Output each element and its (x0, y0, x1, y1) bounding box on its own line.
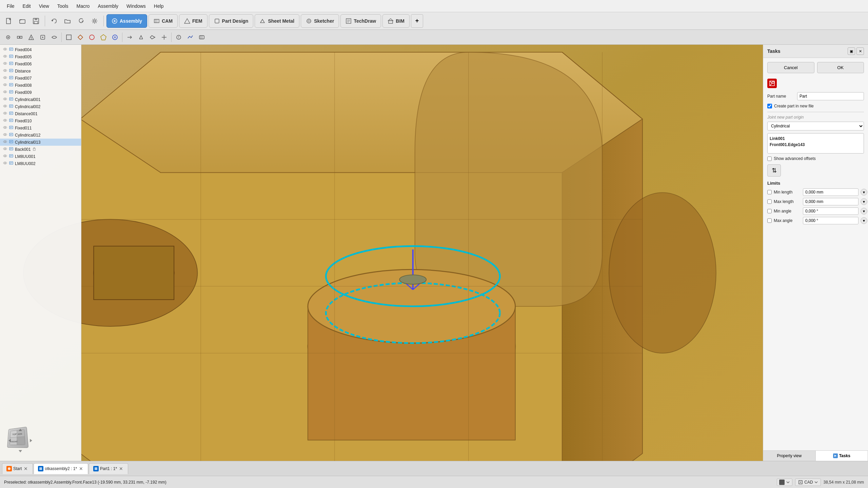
tb2-btn-13[interactable] (147, 31, 158, 43)
workbench-partdesign-button[interactable]: Part Design (209, 14, 254, 28)
tasks-tab[interactable]: Tasks (816, 451, 868, 461)
min-length-checkbox[interactable] (767, 190, 772, 195)
tab-start-close[interactable]: ✕ (23, 466, 28, 471)
tree-item-label: LM8UU002 (15, 161, 36, 166)
refresh-button[interactable] (75, 14, 87, 28)
min-angle-unit-button[interactable]: ▼ (861, 208, 867, 215)
tab-part-close[interactable]: ✕ (118, 466, 124, 471)
tb2-btn-8[interactable] (86, 31, 97, 43)
tb2-btn-6[interactable] (63, 31, 74, 43)
undo-button[interactable] (48, 14, 60, 28)
create-part-checkbox[interactable] (767, 104, 772, 108)
tree-item-cylindrical012[interactable]: Cylindrical012 (0, 131, 81, 139)
cad-mode-button[interactable]: CAD (795, 479, 821, 486)
svg-point-81 (5, 63, 6, 64)
max-length-unit-button[interactable]: ▼ (861, 198, 867, 205)
nav-cube[interactable]: TOP SIDE FRONT (7, 427, 34, 454)
tb2-btn-10[interactable] (110, 31, 120, 43)
workbench-bim-button[interactable]: BIM (382, 14, 410, 28)
part-name-input[interactable] (797, 92, 864, 100)
tb2-btn-11[interactable] (124, 31, 135, 43)
flip-button[interactable]: ⇅ (767, 164, 781, 177)
workbench-assembly-button[interactable]: Assembly (106, 14, 147, 28)
maximize-button[interactable]: ▣ (848, 47, 855, 55)
tb2-btn-5[interactable] (49, 31, 60, 43)
tb2-btn-12[interactable] (136, 31, 146, 43)
menu-assembly[interactable]: Assembly (94, 2, 122, 10)
tree-item-fixed008[interactable]: Fixed008 (0, 82, 81, 89)
tree-item-back001[interactable]: Back001 (0, 146, 81, 153)
eye-icon (3, 68, 7, 74)
tab-start[interactable]: Start ✕ (2, 463, 33, 474)
tb2-btn-15[interactable] (173, 31, 184, 43)
ok-button[interactable]: OK (817, 62, 864, 73)
tree-item-fixed006[interactable]: Fixed006 (0, 60, 81, 67)
joint-type-select[interactable]: Cylindrical (767, 122, 864, 130)
tb2-btn-9[interactable] (98, 31, 109, 43)
menu-view[interactable]: View (35, 2, 53, 10)
tree-item-cylindrical013[interactable]: Cylindrical013 (0, 139, 81, 146)
tree-item-fixed010[interactable]: Fixed010 (0, 117, 81, 124)
tb2-btn-1[interactable] (3, 31, 14, 43)
advanced-offsets-checkbox[interactable] (767, 157, 772, 161)
svg-point-5 (94, 20, 96, 22)
lock-icon (32, 147, 36, 152)
workbench-fem-button[interactable]: FEM (179, 14, 208, 28)
min-length-input[interactable] (803, 188, 859, 196)
tree-item-fixed009[interactable]: Fixed009 (0, 89, 81, 96)
max-angle-checkbox[interactable] (767, 218, 772, 223)
menu-edit[interactable]: Edit (19, 2, 35, 10)
save-button[interactable] (30, 14, 42, 28)
tree-item-lm8uu002[interactable]: LM8UU002 (0, 160, 81, 167)
tb2-btn-17[interactable] (196, 31, 207, 43)
tree-item-distance001[interactable]: Distance001 (0, 110, 81, 117)
menu-tools[interactable]: Tools (53, 2, 73, 10)
workbench-techdraw-button[interactable]: TechDraw (340, 14, 381, 28)
tab-assembly-close[interactable]: ✕ (78, 466, 84, 471)
nav-cube-inner[interactable]: TOP SIDE FRONT (7, 427, 28, 448)
max-angle-input[interactable] (803, 217, 859, 224)
max-angle-unit-button[interactable]: ▼ (861, 217, 867, 224)
workbench-sheetmetal-button[interactable]: Sheet Metal (255, 14, 299, 28)
tab-part[interactable]: Part1 : 1* ✕ (89, 463, 128, 474)
max-length-checkbox[interactable] (767, 199, 772, 204)
3d-viewport[interactable]: Fixed004Fixed005Fixed006DistanceFixed007… (0, 45, 763, 461)
tree-item-lm8uu001[interactable]: LM8UU001 (0, 153, 81, 160)
close-panel-button[interactable]: ✕ (856, 47, 864, 55)
tb2-btn-7[interactable] (75, 31, 86, 43)
open-button[interactable] (16, 14, 28, 28)
tb2-btn-3[interactable] (26, 31, 37, 43)
folder-button[interactable] (61, 14, 74, 28)
tasks-body: Cancel OK Part name Create part in new f… (763, 58, 868, 450)
tree-item-fixed004[interactable]: Fixed004 (0, 46, 81, 53)
menu-windows[interactable]: Windows (122, 2, 150, 10)
cad-label: CAD (804, 480, 813, 485)
max-length-input[interactable] (803, 198, 859, 205)
tb2-btn-14[interactable] (159, 31, 170, 43)
property-view-tab[interactable]: Property view (763, 451, 816, 461)
min-angle-checkbox[interactable] (767, 209, 772, 214)
workbench-sketcher-button[interactable]: Sketcher (301, 14, 339, 28)
tb2-btn-4[interactable] (37, 31, 48, 43)
tab-assembly[interactable]: otkassembly2 : 1* ✕ (34, 463, 88, 474)
cancel-button[interactable]: Cancel (767, 62, 814, 73)
tree-item-fixed005[interactable]: Fixed005 (0, 53, 81, 60)
min-length-unit-button[interactable]: ▼ (861, 189, 867, 196)
tree-item-fixed011[interactable]: Fixed011 (0, 124, 81, 131)
menu-help[interactable]: Help (150, 2, 168, 10)
menu-macro[interactable]: Macro (72, 2, 94, 10)
tree-item-cylindrical002[interactable]: Cylindrical002 (0, 103, 81, 110)
settings-button[interactable] (88, 14, 101, 28)
menu-file[interactable]: File (3, 2, 19, 10)
workbench-cam-button[interactable]: CAM (149, 14, 178, 28)
tb2-btn-16[interactable] (185, 31, 196, 43)
tree-item-cylindrical001[interactable]: Cylindrical001 (0, 96, 81, 103)
min-angle-input[interactable] (803, 207, 859, 215)
view-mode-selector[interactable] (777, 479, 792, 486)
tb2-btn-2[interactable] (14, 31, 25, 43)
tree-item-fixed007[interactable]: Fixed007 (0, 75, 81, 82)
action-buttons: Cancel OK (767, 62, 864, 73)
new-button[interactable] (3, 14, 15, 28)
add-workbench-button[interactable]: + (411, 14, 423, 28)
tree-item-distance[interactable]: Distance (0, 67, 81, 75)
